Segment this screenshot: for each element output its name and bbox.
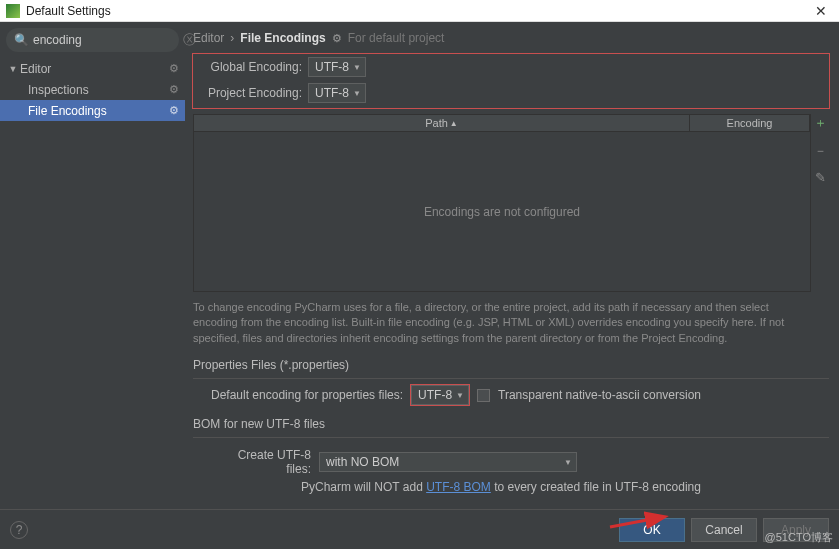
column-encoding[interactable]: Encoding: [690, 115, 810, 131]
edit-icon[interactable]: ✎: [815, 170, 826, 185]
cancel-button[interactable]: Cancel: [691, 518, 757, 542]
bom-section-title: BOM for new UTF-8 files: [193, 417, 829, 431]
sidebar-item-label: Inspections: [28, 83, 169, 97]
breadcrumb: Editor › File Encodings ⚙ For default pr…: [193, 28, 829, 48]
sidebar-item-label: File Encodings: [28, 104, 169, 118]
chevron-down-icon: ▼: [564, 458, 572, 467]
breadcrumb-separator: ›: [230, 31, 234, 45]
combo-value: with NO BOM: [326, 455, 399, 469]
combo-value: UTF-8: [315, 86, 349, 100]
create-utf8-combo[interactable]: with NO BOM ▼: [319, 452, 577, 472]
close-icon[interactable]: ✕: [809, 3, 833, 19]
properties-section-title: Properties Files (*.properties): [193, 358, 829, 372]
search-icon: 🔍: [14, 33, 29, 47]
content-panel: Editor › File Encodings ⚙ For default pr…: [185, 22, 839, 509]
chevron-down-icon: ▼: [6, 64, 20, 74]
gear-icon: ⚙: [332, 32, 342, 45]
table-body: Encodings are not configured: [193, 132, 811, 292]
sidebar: 🔍 ⓧ ▼ Editor ⚙ Inspections ⚙ File Encodi…: [0, 22, 185, 509]
window-title: Default Settings: [26, 4, 809, 18]
search-box[interactable]: 🔍 ⓧ: [6, 28, 179, 52]
global-encoding-combo[interactable]: UTF-8 ▼: [308, 57, 366, 77]
sidebar-item-file-encodings[interactable]: File Encodings ⚙: [0, 100, 185, 121]
sidebar-item-inspections[interactable]: Inspections ⚙: [0, 79, 185, 100]
properties-encoding-combo[interactable]: UTF-8 ▼: [411, 385, 469, 405]
chevron-down-icon: ▼: [353, 63, 361, 72]
clear-search-icon[interactable]: ⓧ: [183, 31, 196, 49]
encoding-hint: To change encoding PyCharm uses for a fi…: [193, 300, 811, 346]
gear-icon: ⚙: [169, 83, 179, 96]
breadcrumb-root[interactable]: Editor: [193, 31, 224, 45]
app-icon: [6, 4, 20, 18]
encodings-table: Path▲ Encoding Encodings are not configu…: [193, 114, 811, 292]
dialog-footer: ? OK Cancel Apply: [0, 509, 839, 549]
project-encoding-combo[interactable]: UTF-8 ▼: [308, 83, 366, 103]
column-path[interactable]: Path▲: [194, 115, 690, 131]
watermark: @51CTO博客: [765, 530, 833, 545]
ok-button[interactable]: OK: [619, 518, 685, 542]
titlebar: Default Settings ✕: [0, 0, 839, 22]
remove-icon[interactable]: －: [814, 142, 827, 160]
utf8-bom-link[interactable]: UTF-8 BOM: [426, 480, 491, 494]
gear-icon: ⚙: [169, 104, 179, 117]
combo-value: UTF-8: [418, 388, 452, 402]
chevron-down-icon: ▼: [353, 89, 361, 98]
sidebar-item-editor[interactable]: ▼ Editor ⚙: [0, 58, 185, 79]
help-icon[interactable]: ?: [10, 521, 28, 539]
global-encoding-label: Global Encoding:: [194, 60, 302, 74]
search-input[interactable]: [33, 33, 183, 47]
sort-asc-icon: ▲: [450, 119, 458, 128]
bom-note: PyCharm will NOT add UTF-8 BOM to every …: [301, 480, 829, 494]
gear-icon: ⚙: [169, 62, 179, 75]
properties-default-label: Default encoding for properties files:: [211, 388, 403, 402]
table-header: Path▲ Encoding: [193, 114, 811, 132]
sidebar-item-label: Editor: [20, 62, 169, 76]
breadcrumb-leaf: File Encodings: [240, 31, 325, 45]
project-encoding-label: Project Encoding:: [194, 86, 302, 100]
combo-value: UTF-8: [315, 60, 349, 74]
add-icon[interactable]: ＋: [814, 114, 827, 132]
transparent-ascii-checkbox[interactable]: [477, 389, 490, 402]
table-empty-text: Encodings are not configured: [424, 205, 580, 219]
breadcrumb-note: For default project: [348, 31, 445, 45]
transparent-ascii-label: Transparent native-to-ascii conversion: [498, 388, 701, 402]
chevron-down-icon: ▼: [456, 391, 464, 400]
create-utf8-label: Create UTF-8 files:: [211, 448, 311, 476]
